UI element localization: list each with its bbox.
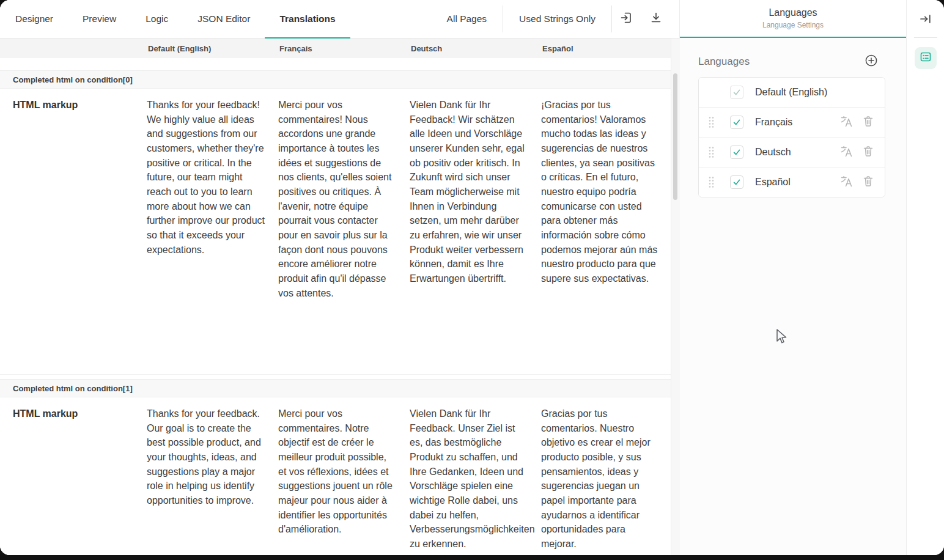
- drag-handle-icon[interactable]: [709, 176, 716, 188]
- language-row-deutsch: Deutsch: [699, 137, 885, 167]
- translations-table: Default (English) Français Deutsch Españ…: [0, 39, 671, 555]
- export-button[interactable]: [641, 0, 671, 38]
- trash-icon: [861, 144, 875, 160]
- view-tabs: Designer Preview Logic JSON Editor Trans…: [0, 0, 350, 38]
- panel-title: Languages: [769, 7, 817, 18]
- side-icon-strip: [906, 0, 944, 555]
- francais-checkbox[interactable]: [730, 116, 743, 129]
- translations-main: Designer Preview Logic JSON Editor Trans…: [0, 0, 679, 555]
- import-icon: [619, 10, 634, 28]
- collapse-panel-icon: [918, 12, 933, 29]
- column-header-espanol: Español: [539, 44, 671, 53]
- scrollbar-track[interactable]: [671, 39, 680, 555]
- drag-handle-icon[interactable]: [709, 146, 716, 158]
- section-header-condition-1: Completed html on condition[1]: [0, 379, 671, 397]
- panel-header: Languages Language Settings: [680, 0, 906, 38]
- deutsch-checkbox[interactable]: [730, 146, 743, 159]
- plus-circle-icon: [865, 54, 878, 70]
- tab-translations[interactable]: Translations: [265, 0, 350, 38]
- tab-json-editor[interactable]: JSON Editor: [183, 0, 265, 38]
- delete-language-button[interactable]: [861, 175, 875, 189]
- language-list: Default (English) Français: [698, 77, 885, 197]
- trash-icon: [861, 174, 875, 190]
- translation-cell-spanish-0[interactable]: ¡Gracias por tus comentarios! Valoramos …: [539, 98, 671, 374]
- language-row-francais: Français: [699, 107, 885, 137]
- column-header-francais: Français: [276, 44, 408, 53]
- auto-translate-button[interactable]: [839, 146, 853, 159]
- strip-divider: [914, 37, 937, 38]
- download-icon: [649, 10, 663, 28]
- default-english-checkbox[interactable]: [730, 86, 743, 99]
- row-label-html-markup: HTML markup: [0, 98, 145, 374]
- translate-icon: [839, 144, 853, 160]
- translation-cell-french-0[interactable]: Merci pour vos commentaires! Nous accord…: [276, 98, 408, 374]
- trash-icon: [861, 114, 875, 130]
- language-row-espanol: Español: [699, 167, 885, 197]
- collapse-panel-button[interactable]: [916, 12, 935, 28]
- translation-cell-french-1[interactable]: Merci pour vos commentaires. Notre objec…: [276, 407, 408, 555]
- delete-language-button[interactable]: [861, 146, 875, 159]
- top-tab-bar: Designer Preview Logic JSON Editor Trans…: [0, 0, 679, 39]
- translate-icon: [839, 174, 853, 190]
- translation-cell-english-1[interactable]: Thanks for your feedback. Our goal is to…: [145, 407, 276, 555]
- auto-translate-button[interactable]: [839, 175, 853, 189]
- table-row: HTML markup Thanks for your feedback. Ou…: [0, 397, 671, 555]
- scrollbar-thumb[interactable]: [673, 73, 677, 200]
- tab-designer[interactable]: Designer: [1, 0, 68, 38]
- column-header-default-english: Default (English): [145, 44, 276, 53]
- translation-cell-german-1[interactable]: Vielen Dank für Ihr Feedback. Unser Ziel…: [408, 407, 539, 555]
- column-header-deutsch: Deutsch: [408, 44, 539, 53]
- translations-toolbar: All Pages Used Strings Only: [431, 0, 679, 38]
- language-label: Deutsch: [755, 147, 839, 158]
- row-label-html-markup: HTML markup: [0, 407, 145, 555]
- delete-language-button[interactable]: [861, 116, 875, 129]
- languages-panel: Languages Language Settings Languages: [679, 0, 906, 555]
- table-header-row: Default (English) Français Deutsch Españ…: [0, 39, 671, 58]
- grid-icon: [919, 50, 932, 66]
- drag-handle-icon[interactable]: [709, 116, 716, 128]
- tab-preview[interactable]: Preview: [68, 0, 131, 38]
- language-label: Español: [755, 177, 839, 188]
- languages-section-title: Languages: [698, 56, 750, 68]
- language-settings-tab-button[interactable]: [915, 47, 937, 69]
- used-strings-only-dropdown[interactable]: Used Strings Only: [503, 0, 611, 38]
- add-language-button[interactable]: [865, 55, 878, 68]
- auto-translate-button[interactable]: [839, 116, 853, 129]
- translation-cell-english-0[interactable]: Thanks for your feedback! We highly valu…: [145, 98, 276, 374]
- panel-subtitle: Language Settings: [762, 21, 824, 29]
- import-button[interactable]: [612, 0, 641, 38]
- language-label: Default (English): [755, 87, 875, 98]
- translation-cell-spanish-1[interactable]: Gracias por tus comentarios. Nuestro obj…: [539, 407, 671, 555]
- espanol-checkbox[interactable]: [730, 175, 743, 189]
- app-window: Designer Preview Logic JSON Editor Trans…: [0, 0, 944, 555]
- languages-section-header: Languages: [698, 55, 878, 68]
- language-label: Français: [755, 117, 839, 128]
- all-pages-dropdown[interactable]: All Pages: [431, 0, 503, 38]
- translation-cell-german-0[interactable]: Vielen Dank für Ihr Feedback! Wir schätz…: [408, 98, 539, 374]
- table-row: HTML markup Thanks for your feedback! We…: [0, 89, 671, 375]
- translate-icon: [839, 114, 853, 130]
- tab-logic[interactable]: Logic: [131, 0, 183, 38]
- section-header-condition-0: Completed html on condition[0]: [0, 70, 671, 89]
- language-row-default-english: Default (English): [699, 78, 885, 107]
